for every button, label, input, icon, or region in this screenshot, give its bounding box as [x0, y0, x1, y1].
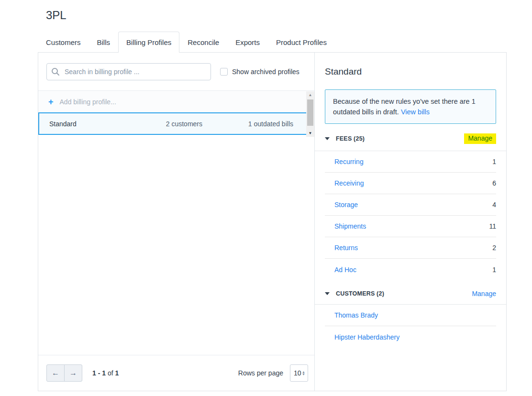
left-arrow-icon: ← — [52, 369, 59, 377]
search-row: Show archived profiles — [38, 53, 314, 90]
fee-row-recurring: Recurring 1 — [325, 151, 496, 173]
rows-per-page-label: Rows per page — [238, 369, 283, 377]
tab-bar: Customers Bills Billing Profiles Reconci… — [38, 32, 532, 52]
tab-reconcile[interactable]: Reconcile — [179, 32, 227, 53]
fee-count: 1 — [492, 158, 496, 165]
pagination-buttons: ← → — [46, 364, 82, 382]
add-billing-profile-row[interactable]: + Add billing profile... — [38, 91, 314, 112]
show-archived-group: Show archived profiles — [220, 68, 299, 76]
fees-section-label: FEES (25) — [336, 135, 464, 142]
fee-count: 11 — [489, 222, 496, 230]
tab-billing-profiles[interactable]: Billing Profiles — [118, 32, 179, 53]
page-of-label: of — [108, 369, 113, 377]
customers-manage-link[interactable]: Manage — [472, 290, 496, 297]
fee-row-shipments: Shipments 11 — [325, 216, 496, 237]
profile-name: Standard — [49, 120, 131, 128]
scroll-down-icon[interactable]: ▼ — [306, 130, 314, 137]
page-total: 1 — [115, 369, 119, 377]
previous-page-button[interactable]: ← — [46, 364, 65, 382]
rows-per-page-select[interactable]: 10 ▲▼ — [290, 364, 308, 382]
fees-manage-link[interactable]: Manage — [464, 133, 496, 144]
customer-row-hipster-haberdashery: Hipster Haberdashery — [325, 326, 496, 348]
fee-link-returns[interactable]: Returns — [334, 244, 492, 252]
page-range-info: 1 - 1 of 1 — [92, 369, 119, 377]
fee-row-storage: Storage 4 — [325, 194, 496, 216]
caret-down-icon — [325, 292, 330, 295]
tab-customers[interactable]: Customers — [38, 32, 89, 53]
fee-count: 1 — [492, 266, 496, 274]
fee-count: 2 — [492, 244, 496, 252]
profile-detail-panel: Standard Because of the new rules yo've … — [315, 53, 506, 391]
pagination-bar: ← → 1 - 1 of 1 Rows per page 10 ▲▼ — [38, 355, 314, 391]
fee-link-recurring[interactable]: Recurring — [334, 158, 492, 165]
fee-count: 6 — [492, 179, 496, 187]
fee-row-ad-hoc: Ad Hoc 1 — [325, 259, 496, 280]
view-bills-link[interactable]: View bills — [401, 108, 430, 116]
caret-down-icon — [325, 137, 330, 140]
scrollbar-thumb[interactable] — [307, 99, 313, 126]
right-arrow-icon: → — [69, 369, 77, 377]
show-archived-label: Show archived profiles — [232, 68, 299, 76]
customers-section-label: CUSTOMERS (2) — [336, 290, 472, 297]
fee-row-receiving: Receiving 6 — [325, 173, 496, 194]
next-page-button[interactable]: → — [64, 364, 82, 382]
customers-section-header[interactable]: CUSTOMERS (2) Manage — [315, 280, 506, 305]
rows-per-page-value: 10 — [294, 369, 302, 377]
fees-section-header[interactable]: FEES (25) Manage — [315, 124, 506, 151]
add-billing-profile-label: Add billing profile... — [60, 98, 116, 106]
customer-row-thomas-brady: Thomas Brady — [325, 305, 496, 326]
plus-icon: + — [48, 98, 54, 106]
outdated-bills-notice: Because of the new rules yo've set there… — [325, 89, 496, 124]
fee-count: 4 — [492, 201, 496, 209]
profile-row-standard[interactable]: Standard 2 customers 1 outdated bills — [38, 112, 314, 135]
show-archived-checkbox[interactable] — [220, 68, 228, 76]
search-input[interactable] — [46, 63, 211, 80]
tab-bills[interactable]: Bills — [89, 32, 119, 53]
profiles-list: + Add billing profile... Standard 2 cust… — [38, 90, 314, 355]
customer-link-thomas-brady[interactable]: Thomas Brady — [334, 311, 496, 319]
tab-product-profiles[interactable]: Product Profiles — [268, 32, 335, 53]
profile-customers-count: 2 customers — [131, 120, 202, 128]
scroll-up-icon[interactable]: ▲ — [306, 91, 314, 99]
page-range: 1 - 1 — [92, 369, 106, 377]
search-icon — [51, 67, 60, 76]
profile-detail-title: Standard — [325, 66, 496, 77]
page-title: 3PL — [46, 9, 532, 22]
search-box — [46, 63, 211, 80]
spinner-up-down-icon: ▲▼ — [302, 371, 305, 375]
fee-link-storage[interactable]: Storage — [334, 201, 492, 209]
list-scrollbar[interactable]: ▲ ▼ — [306, 91, 314, 137]
billing-profiles-panel: Show archived profiles + Add billing pro… — [38, 52, 507, 391]
customer-link-hipster-haberdashery[interactable]: Hipster Haberdashery — [334, 333, 496, 341]
fee-link-shipments[interactable]: Shipments — [334, 222, 489, 230]
fee-row-returns: Returns 2 — [325, 237, 496, 259]
profiles-list-panel: Show archived profiles + Add billing pro… — [38, 53, 315, 391]
profile-outdated-bills: 1 outdated bills — [202, 120, 293, 128]
fee-link-ad-hoc[interactable]: Ad Hoc — [334, 266, 492, 274]
fee-link-receiving[interactable]: Receiving — [334, 179, 492, 187]
tab-exports[interactable]: Exports — [227, 32, 268, 53]
